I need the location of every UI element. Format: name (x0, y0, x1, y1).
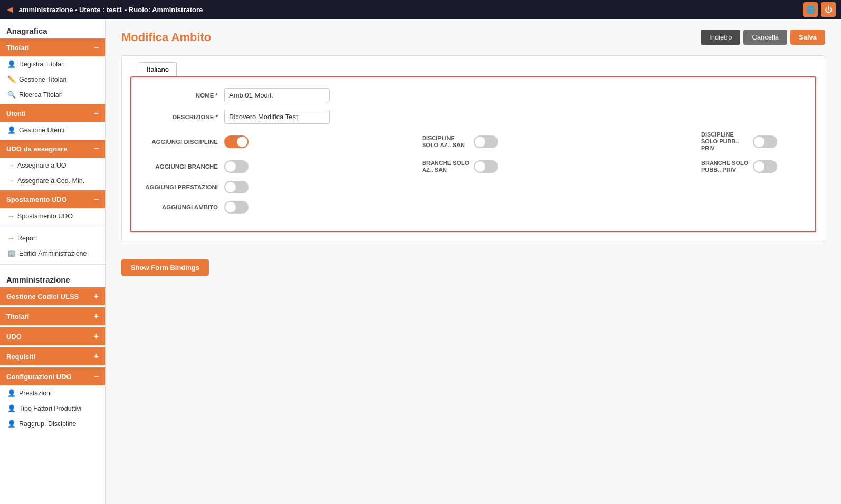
sidebar-amministrazione-title: Amministrazione (0, 268, 105, 287)
power-button[interactable]: ⏻ (821, 2, 836, 17)
sidebar-toggle-gestione-codici: + (94, 292, 99, 301)
sidebar-item-raggrup-discipline[interactable]: 👤 Raggrup. Discipline (0, 416, 105, 431)
sidebar-group-label-udo-admin: UDO (6, 333, 22, 341)
sidebar-group-header-udo[interactable]: UDO da assegnare − (0, 140, 105, 158)
sidebar-toggle-titolari: − (94, 43, 99, 52)
toggle-item-branche-az-san: BRANCHE SOLO AZ.. SAN (422, 160, 528, 173)
sidebar-item-assegnare-uo[interactable]: → Assegnare a UO (0, 158, 105, 173)
sidebar-group-header-requisiti[interactable]: Requisiti + (0, 347, 105, 365)
sidebar-group-udo-admin: UDO + (0, 327, 105, 345)
toggle-aggiungi-ambito[interactable] (224, 201, 249, 214)
sidebar-group-label-titolari: Titolari (6, 44, 29, 52)
toggle-aggiungi-branche[interactable] (224, 160, 249, 173)
aggiungi-prestazioni-label: AGGIUNGI PRESTAZIONI (140, 184, 224, 190)
sidebar-group-header-udo-admin[interactable]: UDO + (0, 327, 105, 345)
show-form-bindings-button[interactable]: Show Form Bindings (121, 259, 209, 276)
sidebar-toggle-spostamento: − (94, 195, 99, 204)
toggle-aggiungi-discipline[interactable] (224, 135, 249, 148)
toggle-slider (753, 135, 777, 148)
descrizione-input[interactable] (224, 110, 330, 124)
page-title: Modifica Ambito (121, 31, 211, 44)
toggle-discipline-pubb-priv[interactable] (753, 135, 777, 148)
sidebar-group-label-configurazioni-udo: Configurazioni UDO (6, 373, 72, 381)
toggle-slider (224, 135, 249, 148)
sidebar-group-utenti: Utenti − 👤 Gestione Utenti (0, 104, 105, 138)
sidebar-group-header-utenti[interactable]: Utenti − (0, 104, 105, 122)
toggle-slider (753, 160, 777, 173)
edit-icon: ✏️ (7, 75, 16, 83)
sidebar-group-header-titolari[interactable]: Titolari − (0, 38, 105, 56)
toggle-discipline-az-san[interactable] (474, 135, 498, 148)
toggle-slider (474, 135, 498, 148)
sidebar-group-spostamento: Spostamento UDO − → Spostamento UDO (0, 190, 105, 224)
topbar-icons: 🌐 ⏻ (803, 2, 836, 17)
discipline-pubb-priv-label: DISCIPLINE SOLO PUBB.. PRIV (701, 131, 749, 152)
person-icon: 👤 (7, 420, 16, 428)
sidebar-group-items-titolari: 👤 Registra Titolari ✏️ Gestione Titolari… (0, 56, 105, 102)
arrow-icon: → (7, 212, 14, 220)
sidebar-toggle-requisiti: + (94, 352, 99, 361)
sidebar-item-label: Gestione Titolari (19, 76, 66, 83)
sidebar-group-items-spostamento: → Spostamento UDO (0, 208, 105, 224)
discipline-az-san-label: DISCIPLINE SOLO AZ.. SAN (422, 135, 470, 149)
form-card: Italiano NOME * DESCRIZIONE * AGGIUNGI D… (121, 55, 825, 241)
sidebar-item-gestione-utenti[interactable]: 👤 Gestione Utenti (0, 122, 105, 138)
sidebar-group-header-configurazioni-udo[interactable]: Configurazioni UDO − (0, 367, 105, 385)
sidebar-group-header-gestione-codici[interactable]: Gestione Codici ULSS + (0, 287, 105, 305)
toggle-branche-az-san[interactable] (474, 160, 498, 173)
toggle-slider (224, 160, 249, 173)
sidebar-group-label-gestione-codici: Gestione Codici ULSS (6, 293, 79, 301)
sidebar-item-label: Ricerca Titolari (19, 91, 63, 99)
cancella-button[interactable]: Cancella (743, 30, 787, 45)
building-icon: 🏢 (7, 249, 16, 257)
globe-button[interactable]: 🌐 (803, 2, 818, 17)
sidebar-item-assegnare-cod-min[interactable]: → Assegnare a Cod. Min. (0, 173, 105, 188)
sidebar-item-prestazioni[interactable]: 👤 Prestazioni (0, 385, 105, 401)
sidebar-item-label: Edifici Amministrazione (19, 250, 87, 257)
sidebar-group-items-udo: → Assegnare a UO → Assegnare a Cod. Min. (0, 158, 105, 188)
toggle-slider (224, 201, 249, 214)
sidebar-divider-2 (0, 264, 105, 265)
sidebar-item-label: Assegnare a Cod. Min. (17, 177, 84, 185)
search-icon: 🔍 (7, 91, 16, 99)
toggle-aggiungi-prestazioni[interactable] (224, 181, 249, 193)
sidebar-toggle-titolari-admin: + (94, 312, 99, 321)
sidebar-group-titolari-admin: Titolari + (0, 307, 105, 325)
sidebar-group-requisiti: Requisiti + (0, 347, 105, 365)
main-layout: Anagrafica Titolari − 👤 Registra Titolar… (0, 19, 841, 504)
form-row-descrizione: DESCRIZIONE * (140, 110, 807, 124)
sidebar-toggle-utenti: − (94, 109, 99, 118)
lang-tab-italiano[interactable]: Italiano (139, 62, 177, 76)
sidebar-item-edifici[interactable]: 🏢 Edifici Amministrazione (0, 246, 105, 261)
sidebar-item-tipo-fattori[interactable]: 👤 Tipo Fattori Produttivi (0, 401, 105, 416)
sidebar-item-report[interactable]: → Report (0, 230, 105, 246)
sidebar-item-gestione-titolari[interactable]: ✏️ Gestione Titolari (0, 72, 105, 87)
toggle-branche-pubb-priv[interactable] (753, 160, 777, 173)
sidebar-group-label-titolari-admin: Titolari (6, 313, 29, 321)
content-area: Modifica Ambito Indietro Cancella Salva … (106, 19, 841, 504)
salva-button[interactable]: Salva (790, 30, 825, 45)
header-buttons: Indietro Cancella Salva (701, 30, 825, 45)
descrizione-label: DESCRIZIONE * (140, 114, 224, 120)
sidebar-item-spostamento-udo[interactable]: → Spostamento UDO (0, 208, 105, 224)
sidebar-item-label: Registra Titolari (19, 61, 65, 68)
sidebar-group-label-spostamento: Spostamento UDO (6, 196, 67, 203)
nome-input[interactable] (224, 88, 330, 102)
indietro-button[interactable]: Indietro (701, 30, 740, 45)
sidebar-toggle-udo-admin: + (94, 332, 99, 341)
sidebar-item-label: Tipo Fattori Produttivi (19, 405, 81, 412)
sidebar-item-ricerca-titolari[interactable]: 🔍 Ricerca Titolari (0, 87, 105, 102)
form-inner: NOME * DESCRIZIONE * AGGIUNGI DISCIPLINE (130, 76, 816, 232)
sidebar-item-registra-titolari[interactable]: 👤 Registra Titolari (0, 56, 105, 72)
form-row-aggiungi-discipline: AGGIUNGI DISCIPLINE DISCIPLINE SOLO AZ..… (140, 131, 807, 152)
arrow-icon: → (7, 161, 14, 169)
sidebar-group-label-requisiti: Requisiti (6, 353, 35, 361)
sidebar-group-items-configurazioni: 👤 Prestazioni 👤 Tipo Fattori Produttivi … (0, 385, 105, 431)
aggiungi-ambito-label: AGGIUNGI AMBITO (140, 204, 224, 210)
sidebar-group-header-spostamento[interactable]: Spostamento UDO − (0, 190, 105, 208)
topbar: ◄ amministrazione - Utente : test1 - Ruo… (0, 0, 841, 19)
toggle-item-aggiungi-discipline (224, 135, 249, 148)
sidebar-group-header-titolari-admin[interactable]: Titolari + (0, 307, 105, 325)
sidebar-group-udo-assegnare: UDO da assegnare − → Assegnare a UO → As… (0, 140, 105, 188)
sidebar-item-label: Prestazioni (19, 390, 52, 397)
